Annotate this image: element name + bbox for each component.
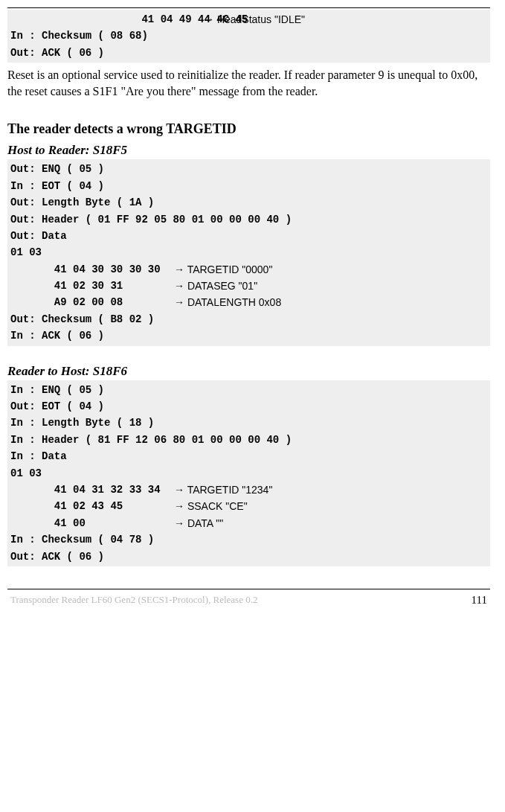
code-line: In : Data [10, 448, 487, 464]
code-line: In : EOT ( 04 ) [10, 178, 487, 194]
code-line: Out: Length Byte ( 1A ) [10, 194, 487, 211]
code-line: 41 04 31 32 33 34 [10, 482, 174, 498]
section-heading: The reader detects a wrong TARGETID [7, 121, 490, 137]
page-number: 111 [472, 594, 487, 607]
code-line: Out: Checksum ( B8 02 ) [10, 311, 487, 327]
code-line: 41 02 30 31 [10, 278, 174, 294]
code-line: 41 00 [10, 515, 174, 531]
code-annotation: → SSACK "CE" [174, 498, 248, 514]
code-annotation: → TARGETID "0000" [174, 261, 272, 278]
code-line: In : ACK ( 06 ) [10, 327, 487, 344]
code-annotation: → DATA "" [174, 515, 223, 531]
code-line: 41 04 30 30 30 30 [10, 261, 174, 278]
code-line: In : Checksum ( 04 78 ) [10, 531, 487, 548]
paragraph: Reset is an optional service used to rei… [7, 67, 490, 99]
code-line: A9 02 00 08 [10, 294, 174, 310]
code-line: Out: Header ( 01 FF 92 05 80 01 00 00 00… [10, 211, 487, 228]
code-annotation: → HeadStatus "IDLE" [204, 11, 305, 28]
footer-text: Transponder Reader LF60 Gen2 (SECS1-Prot… [10, 594, 257, 606]
page-footer: Transponder Reader LF60 Gen2 (SECS1-Prot… [7, 594, 490, 610]
code-block-1: 41 04 49 44 4C 45 → HeadStatus "IDLE" In… [7, 10, 490, 63]
code-line: 41 04 49 44 4C 45 [10, 11, 204, 28]
code-line: Out: Data [10, 228, 487, 244]
code-line: In : ENQ ( 05 ) [10, 382, 487, 398]
code-line: 41 02 43 45 [10, 498, 174, 514]
code-line: Out: ENQ ( 05 ) [10, 161, 487, 177]
code-line: In : Checksum ( 08 68) [10, 28, 487, 44]
code-line: In : Header ( 81 FF 12 06 80 01 00 00 00… [10, 432, 487, 448]
code-annotation: → DATALENGTH 0x08 [174, 294, 281, 310]
subsection-heading: Reader to Host: S18F6 [7, 364, 490, 379]
code-block-2: Out: ENQ ( 05 ) In : EOT ( 04 ) Out: Len… [7, 159, 490, 345]
code-line: Out: ACK ( 06 ) [10, 45, 487, 61]
code-block-3: In : ENQ ( 05 ) Out: EOT ( 04 ) In : Len… [7, 380, 490, 566]
code-line: Out: ACK ( 06 ) [10, 549, 487, 565]
code-line: In : Length Byte ( 18 ) [10, 415, 487, 431]
subsection-heading: Host to Reader: S18F5 [7, 143, 490, 158]
code-line: 01 03 [10, 244, 487, 260]
code-line: 01 03 [10, 465, 487, 482]
code-annotation: → DATASEG "01" [174, 278, 257, 294]
code-annotation: → TARGETID "1234" [174, 482, 272, 498]
code-line: Out: EOT ( 04 ) [10, 398, 487, 415]
